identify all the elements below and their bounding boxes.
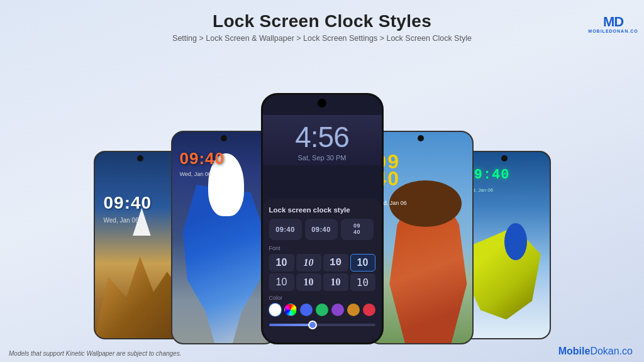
font-item-2[interactable]: 10 xyxy=(296,254,321,272)
footer-logo: MobileDokan.co xyxy=(558,346,633,357)
footer-disclaimer: Models that support Kinetic Wallpaper ar… xyxy=(9,350,181,357)
color-label: Color xyxy=(269,295,375,301)
clock-style-1[interactable]: 09:40 xyxy=(269,219,302,240)
color-white[interactable] xyxy=(269,304,282,316)
phone-5-helmet xyxy=(504,223,527,260)
font-item-8[interactable]: 10 xyxy=(350,273,375,291)
phone-5-notch xyxy=(501,155,508,162)
center-time-area: 4:56 Sat, Sep 30 PM xyxy=(263,115,382,165)
color-blue[interactable] xyxy=(300,304,313,316)
font-label: Font xyxy=(269,245,375,251)
color-row xyxy=(269,304,375,316)
page-header: Lock Screen Clock Styles Setting > Lock … xyxy=(0,0,644,43)
center-date: Sat, Sep 30 PM xyxy=(263,154,382,162)
color-rainbow[interactable] xyxy=(284,304,297,316)
phone-1-notch xyxy=(137,155,143,162)
font-item-6[interactable]: 10 xyxy=(296,273,321,291)
center-notch xyxy=(318,99,326,107)
font-item-7[interactable]: 10 xyxy=(323,273,348,291)
page-title: Lock Screen Clock Styles xyxy=(0,11,644,31)
size-slider[interactable] xyxy=(269,321,375,329)
color-red[interactable] xyxy=(363,304,375,316)
phone-1-time: 09:40 xyxy=(104,193,152,213)
slider-fill xyxy=(269,324,309,326)
font-item-5[interactable]: 10 xyxy=(269,273,294,291)
phones-container: 09:40 Wed, Jan 06 09:40 Wed, Jan 06 ‹ 4:… xyxy=(0,47,644,344)
phone-2-inner: 09:40 Wed, Jan 06 xyxy=(172,132,275,343)
phone-center-inner: ‹ 4:56 Sat, Sep 30 PM Lock screen clock … xyxy=(263,95,382,343)
color-green[interactable] xyxy=(316,304,328,316)
center-time: 4:56 xyxy=(263,123,382,151)
phone-4-inner: 09 40 Wed, Jan 06 xyxy=(369,132,472,343)
phone-2-notch xyxy=(221,135,227,141)
font-item-4[interactable]: 10 xyxy=(350,254,375,272)
color-purple[interactable] xyxy=(331,304,344,316)
breadcrumb: Setting > Lock Screen & Wallpaper > Lock… xyxy=(0,34,644,43)
clock-style-panel: Lock screen clock style 09:40 09:40 0940… xyxy=(263,199,382,343)
phone-4: 09 40 Wed, Jan 06 xyxy=(368,131,474,344)
font-item-3[interactable]: 10 xyxy=(323,254,348,272)
phone-2-time: 09:40 xyxy=(180,149,225,168)
panel-title: Lock screen clock style xyxy=(269,206,375,214)
clock-style-2[interactable]: 09:40 xyxy=(305,219,338,240)
font-item-1[interactable]: 10 xyxy=(269,254,294,272)
phone-4-notch xyxy=(418,135,424,141)
color-orange[interactable] xyxy=(347,304,360,316)
font-grid: 10 10 10 10 10 10 10 10 xyxy=(269,254,375,291)
clock-styles-row: 09:40 09:40 0940 xyxy=(269,219,375,240)
phone-2-date: Wed, Jan 06 xyxy=(180,171,211,177)
slider-thumb[interactable] xyxy=(308,321,317,329)
slider-track xyxy=(269,324,375,326)
phone-1-date: Wed, Jan 06 xyxy=(104,217,139,224)
phone-center: ‹ 4:56 Sat, Sep 30 PM Lock screen clock … xyxy=(261,93,384,344)
clock-style-3[interactable]: 0940 xyxy=(341,219,374,240)
